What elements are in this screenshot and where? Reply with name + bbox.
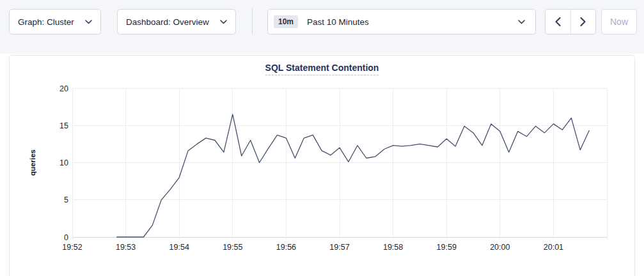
toolbar-divider [252, 8, 253, 34]
graph-dropdown[interactable]: Graph: Cluster [9, 9, 101, 34]
graph-dropdown-label: Graph: Cluster [18, 17, 74, 27]
svg-text:19:54: 19:54 [169, 243, 189, 252]
svg-text:19:58: 19:58 [383, 243, 403, 252]
svg-text:20:01: 20:01 [544, 243, 563, 252]
time-next-button[interactable] [570, 10, 596, 34]
chevron-down-icon [518, 20, 525, 24]
time-prev-button[interactable] [546, 10, 570, 34]
svg-text:19:55: 19:55 [223, 243, 242, 252]
svg-text:19:53: 19:53 [116, 243, 136, 252]
now-button[interactable]: Now [601, 9, 637, 34]
chevron-down-icon [85, 20, 92, 24]
svg-text:0: 0 [64, 233, 68, 242]
svg-text:19:56: 19:56 [276, 243, 296, 252]
svg-text:10: 10 [59, 158, 68, 167]
chevron-left-icon [555, 17, 561, 26]
svg-text:19:52: 19:52 [62, 243, 82, 252]
chevron-down-icon [220, 20, 227, 24]
chart-card: SQL Statement Contention 0510152019:5219… [9, 55, 635, 276]
time-step-button-group [545, 9, 596, 34]
svg-text:15: 15 [59, 121, 68, 130]
time-range-picker[interactable]: 10m Past 10 Minutes [267, 9, 536, 34]
sql-contention-line-chart: 0510152019:5219:5319:5419:5519:5619:5719… [10, 56, 636, 266]
chevron-right-icon [580, 17, 586, 26]
svg-text:5: 5 [64, 195, 68, 204]
dashboard-dropdown-label: Dashboard: Overview [126, 17, 209, 27]
time-range-badge: 10m [274, 15, 298, 28]
time-range-label: Past 10 Minutes [307, 17, 518, 27]
toolbar: Graph: Cluster Dashboard: Overview 10m P… [0, 0, 644, 54]
svg-text:20: 20 [59, 84, 68, 93]
dashboard-dropdown[interactable]: Dashboard: Overview [117, 9, 236, 34]
svg-text:20:00: 20:00 [490, 243, 510, 252]
svg-text:19:57: 19:57 [329, 243, 349, 252]
svg-text:19:59: 19:59 [437, 243, 457, 252]
svg-text:queries: queries [29, 150, 36, 176]
